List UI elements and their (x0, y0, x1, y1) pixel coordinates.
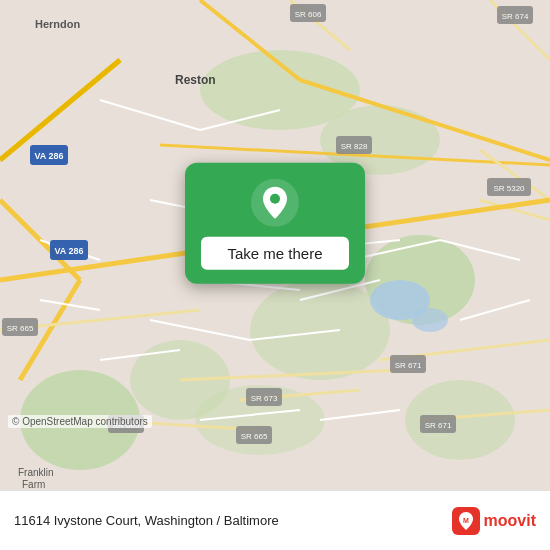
take-me-there-button[interactable]: Take me there (201, 237, 349, 270)
moovit-logo: M moovit (452, 507, 536, 535)
svg-text:Franklin: Franklin (18, 467, 54, 478)
location-pin-icon (251, 179, 299, 227)
svg-text:SR 671: SR 671 (395, 361, 422, 370)
svg-point-10 (412, 308, 448, 332)
svg-text:SR 674: SR 674 (502, 12, 529, 21)
svg-text:VA 286: VA 286 (34, 151, 63, 161)
svg-text:SR 671: SR 671 (425, 421, 452, 430)
svg-text:Reston: Reston (175, 73, 216, 87)
svg-text:M: M (463, 517, 469, 524)
location-popup: Take me there (185, 163, 365, 284)
svg-text:SR 828: SR 828 (341, 142, 368, 151)
map-container: VA 286 VA 286 SR 606 SR 674 SR 828 SR 53… (0, 0, 550, 490)
svg-point-75 (270, 194, 280, 204)
svg-text:SR 673: SR 673 (251, 394, 278, 403)
bottom-bar: 11614 Ivystone Court, Washington / Balti… (0, 490, 550, 550)
svg-text:Farm: Farm (22, 479, 45, 490)
svg-text:VA 286: VA 286 (54, 246, 83, 256)
svg-text:SR 606: SR 606 (295, 10, 322, 19)
svg-text:SR 665: SR 665 (241, 432, 268, 441)
svg-text:SR 665: SR 665 (7, 324, 34, 333)
moovit-icon: M (452, 507, 480, 535)
svg-text:SR 5320: SR 5320 (493, 184, 525, 193)
address-label: 11614 Ivystone Court, Washington / Balti… (14, 513, 442, 528)
svg-text:Herndon: Herndon (35, 18, 81, 30)
moovit-text: moovit (484, 512, 536, 530)
osm-credit-text: © OpenStreetMap contributors (12, 416, 148, 427)
osm-credit: © OpenStreetMap contributors (8, 415, 152, 428)
